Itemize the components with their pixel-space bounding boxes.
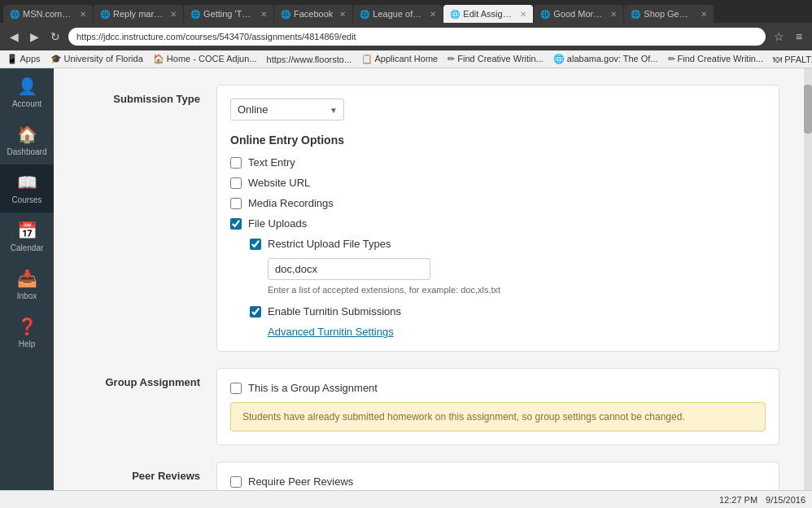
- online-entry-title: Online Entry Options: [230, 134, 766, 147]
- group-assignment-checkbox-label: This is a Group Assignment: [248, 382, 378, 394]
- group-assignment-checkbox[interactable]: [230, 383, 242, 394]
- status-date: 9/15/2016: [766, 495, 805, 505]
- text-entry-checkbox[interactable]: [230, 157, 242, 169]
- peer-reviews-row: Require Peer Reviews: [230, 475, 766, 488]
- submission-type-select-wrapper: Online No Submission On Paper External T…: [230, 99, 344, 120]
- menu-button[interactable]: ≡: [792, 28, 805, 45]
- sidebar: 👤 Account 🏠 Dashboard 📖 Courses 📅 Calend…: [0, 68, 54, 490]
- status-right: 12:27 PM 9/15/2016: [719, 495, 805, 505]
- group-assignment-content: This is a Group Assignment Students have…: [216, 368, 779, 445]
- peer-reviews-checkbox[interactable]: [230, 476, 242, 488]
- status-bar: 12:27 PM 9/15/2016: [0, 490, 812, 508]
- file-types-hint: Enter a list of accepted extensions, for…: [268, 285, 500, 295]
- website-url-row: Website URL: [230, 177, 766, 189]
- tab-shop[interactable]: 🌐Shop Gemmy...✕: [624, 5, 714, 23]
- group-assignment-label: Group Assignment: [78, 368, 216, 445]
- bookmark-floor[interactable]: https://www.floorsto...: [264, 55, 356, 64]
- courses-icon: 📖: [17, 173, 37, 192]
- sidebar-label-calendar: Calendar: [11, 243, 44, 252]
- sidebar-label-inbox: Inbox: [17, 291, 37, 300]
- status-time: 12:27 PM: [719, 495, 757, 505]
- bookmark-creative1[interactable]: ✏ Find Creative Writin...: [444, 54, 547, 64]
- bookmark-alabama[interactable]: 🌐 alabama.gov: The Of...: [550, 54, 661, 64]
- inbox-icon: 📥: [17, 269, 37, 288]
- forward-button[interactable]: ▶: [27, 28, 42, 45]
- tab-file[interactable]: 🌐Getting 'This file is still...✕: [184, 5, 273, 23]
- turnitin-row: Enable Turnitin Submissions: [250, 305, 766, 318]
- help-icon: ❓: [17, 317, 37, 336]
- advanced-turnitin-link[interactable]: Advanced Turnitin Settings: [268, 326, 394, 338]
- file-uploads-checkbox[interactable]: [230, 218, 242, 230]
- text-entry-label: Text Entry: [248, 156, 295, 169]
- peer-reviews-section: Peer Reviews Require Peer Reviews: [78, 462, 779, 490]
- back-button[interactable]: ◀: [7, 28, 22, 45]
- submission-type-select[interactable]: Online No Submission On Paper External T…: [230, 99, 344, 120]
- peer-reviews-label: Peer Reviews: [78, 462, 216, 490]
- content-area: Submission Type Online No Submission On …: [54, 68, 804, 490]
- bookmark-applicant[interactable]: 📋 Applicant Home: [358, 54, 441, 64]
- group-assignment-warning: Students have already submitted homework…: [230, 402, 766, 431]
- group-assignment-section: Group Assignment This is a Group Assignm…: [78, 368, 779, 445]
- sidebar-item-calendar[interactable]: 📅 Calendar: [0, 212, 54, 261]
- tab-morning[interactable]: 🌐Good Morning Fantasy...✕: [534, 5, 623, 23]
- media-recordings-row: Media Recordings: [230, 197, 766, 209]
- peer-reviews-checkbox-label: Require Peer Reviews: [248, 475, 353, 488]
- tab-msn[interactable]: 🌐MSN.com - Hotmail...✕: [3, 5, 93, 23]
- sidebar-label-help: Help: [19, 339, 36, 348]
- tab-facebook[interactable]: 🌐Facebook✕: [274, 5, 352, 23]
- sidebar-item-inbox[interactable]: 📥 Inbox: [0, 261, 54, 309]
- bookmark-creative2[interactable]: ✏ Find Creative Writin...: [665, 54, 767, 64]
- dashboard-icon: 🏠: [17, 125, 37, 144]
- calendar-icon: 📅: [17, 221, 37, 240]
- tab-league[interactable]: 🌐League of Laptops - A...✕: [353, 5, 443, 23]
- file-uploads-label: File Uploads: [248, 217, 307, 230]
- star-button[interactable]: ☆: [771, 28, 788, 45]
- media-recordings-checkbox[interactable]: [230, 198, 242, 209]
- scrollbar-thumb[interactable]: [804, 85, 812, 134]
- tab-bar: 🌐MSN.com - Hotmail...✕ 🌐Reply marked as …: [0, 0, 812, 23]
- account-icon: 👤: [17, 77, 37, 96]
- restrict-upload-checkbox[interactable]: [250, 239, 261, 250]
- sidebar-item-help[interactable]: ❓ Help: [0, 309, 54, 357]
- sidebar-label-dashboard: Dashboard: [7, 147, 47, 156]
- address-bar: ◀ ▶ ↻ https://jdcc.instructure.com/cours…: [0, 23, 812, 50]
- sidebar-item-courses[interactable]: 📖 Courses: [0, 164, 54, 212]
- tab-reply[interactable]: 🌐Reply marked as helpf...✕: [94, 5, 183, 23]
- refresh-button[interactable]: ↻: [47, 28, 63, 45]
- sidebar-item-dashboard[interactable]: 🏠 Dashboard: [0, 116, 54, 164]
- restrict-upload-row: Restrict Upload File Types: [250, 238, 766, 250]
- tab-edit-assignment[interactable]: 🌐Edit Assignment✕: [443, 5, 533, 23]
- website-url-checkbox[interactable]: [230, 177, 242, 189]
- bookmark-pfaltz[interactable]: 🍽 PFALTZGRAFF Orlean...: [770, 55, 812, 64]
- submission-type-section: Submission Type Online No Submission On …: [78, 85, 779, 352]
- file-uploads-sub: Restrict Upload File Types Enter a list …: [250, 238, 766, 338]
- restrict-upload-label: Restrict Upload File Types: [268, 238, 391, 250]
- bookmark-coce[interactable]: 🏠 Home - COCE Adjun...: [150, 54, 260, 64]
- sidebar-item-account[interactable]: 👤 Account: [0, 68, 54, 116]
- sidebar-label-account: Account: [12, 99, 41, 108]
- submission-type-content: Online No Submission On Paper External T…: [216, 85, 779, 352]
- bookmark-apps[interactable]: 📱 Apps: [3, 54, 44, 64]
- bookmarks-bar: 📱 Apps 🎓 University of Florida 🏠 Home - …: [0, 50, 812, 68]
- group-assignment-row: This is a Group Assignment: [230, 382, 766, 394]
- url-text: https://jdcc.instructure.com/courses/543…: [76, 32, 356, 42]
- website-url-label: Website URL: [248, 177, 310, 189]
- turnitin-label: Enable Turnitin Submissions: [268, 305, 401, 318]
- sidebar-label-courses: Courses: [11, 195, 41, 204]
- file-types-input[interactable]: [268, 258, 430, 280]
- text-entry-row: Text Entry: [230, 156, 766, 169]
- file-uploads-row: File Uploads: [230, 217, 766, 230]
- turnitin-checkbox[interactable]: [250, 306, 261, 318]
- submission-type-label: Submission Type: [78, 85, 216, 352]
- scrollbar[interactable]: [804, 68, 812, 490]
- peer-reviews-content: Require Peer Reviews: [216, 462, 779, 490]
- url-input[interactable]: https://jdcc.instructure.com/courses/543…: [68, 28, 766, 46]
- bookmark-uf[interactable]: 🎓 University of Florida: [47, 54, 146, 64]
- media-recordings-label: Media Recordings: [248, 197, 334, 209]
